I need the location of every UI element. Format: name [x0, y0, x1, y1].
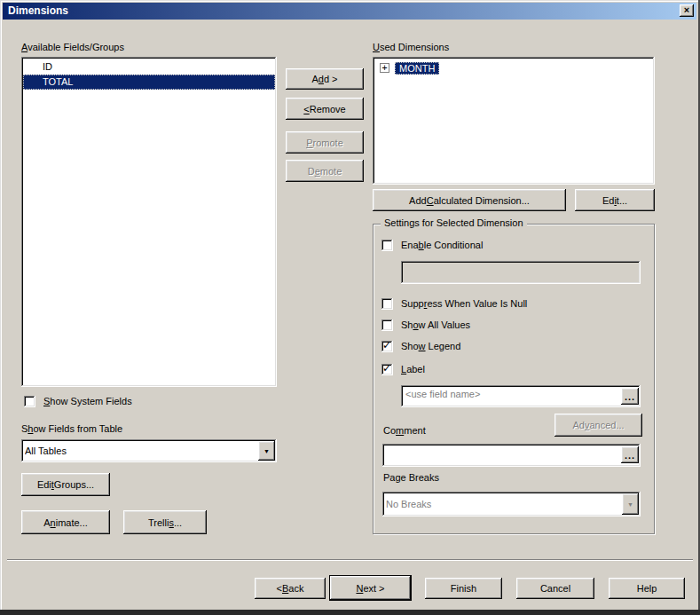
tree-expand-icon[interactable]: + — [380, 63, 389, 73]
checkbox-box[interactable]: ✓ — [24, 396, 35, 407]
checkbox-label: Label — [401, 364, 425, 375]
add-button[interactable]: Add > — [286, 68, 364, 90]
available-fields-listbox[interactable]: ID TOTAL — [21, 57, 277, 387]
conditional-expression-field[interactable] — [401, 261, 641, 284]
demote-button[interactable]: Demote — [286, 160, 364, 182]
dimensions-dialog: Dimensions × Available Fields/Groups ID … — [0, 0, 700, 615]
table-filter-combobox[interactable]: All Tables ▼ — [21, 439, 277, 462]
show-fields-from-table-label: Show Fields from Table — [21, 423, 122, 434]
promote-button[interactable]: Promote — [286, 131, 364, 154]
advanced-button[interactable]: Advanced... — [554, 414, 642, 437]
checkbox-box[interactable]: ✓ — [381, 364, 393, 375]
tree-item-month[interactable]: + MONTH — [374, 60, 653, 75]
show-all-values-checkbox[interactable]: ✓ Show All Values — [381, 319, 470, 331]
combobox-value: No Breaks — [386, 492, 621, 516]
chevron-down-icon: ▼ — [263, 448, 270, 454]
trellis-button[interactable]: Trellis... — [123, 510, 207, 534]
window-bottom-border — [0, 610, 700, 615]
combobox-value: All Tables — [25, 439, 257, 462]
comment-label: Comment — [383, 425, 426, 436]
show-system-fields-checkbox[interactable]: ✓ Show System Fields — [24, 396, 132, 407]
help-button[interactable]: Help — [609, 578, 685, 599]
comment-field[interactable] — [382, 444, 641, 467]
checkbox-label: Suppress When Value Is Null — [401, 298, 527, 310]
title-bar[interactable]: Dimensions × — [3, 3, 696, 20]
check-icon: ✓ — [382, 339, 391, 351]
check-icon: ✓ — [382, 362, 391, 375]
label-field[interactable]: <use field name> — [401, 385, 641, 407]
remove-button[interactable]: < Remove — [286, 98, 364, 120]
back-button[interactable]: < Back — [255, 578, 326, 599]
edit-button[interactable]: Edit... — [575, 189, 655, 211]
checkbox-label: Show All Values — [401, 319, 470, 331]
chevron-down-icon: ▼ — [627, 501, 633, 508]
list-item[interactable]: TOTAL — [23, 75, 275, 90]
combobox-drop-button[interactable]: ▼ — [622, 493, 639, 515]
used-dimensions-tree[interactable]: + MONTH — [373, 57, 655, 185]
edit-groups-button[interactable]: Edit Groups... — [21, 473, 110, 496]
checkbox-label: Show System Fields — [43, 396, 132, 407]
close-icon: × — [684, 4, 689, 15]
checkbox-label: Enable Conditional — [401, 240, 483, 251]
checkbox-box[interactable]: ✓ — [381, 319, 393, 331]
settings-groupbox-legend: Settings for Selected Dimension — [381, 217, 527, 228]
checkbox-box[interactable]: ✓ — [381, 298, 393, 310]
used-dimensions-label: Used Dimensions — [373, 42, 449, 52]
close-button[interactable]: × — [680, 4, 694, 17]
tree-item-label[interactable]: MONTH — [395, 62, 439, 75]
page-breaks-combobox[interactable]: No Breaks ▼ — [382, 492, 641, 516]
add-calculated-dimension-button[interactable]: Add Calculated Dimension... — [373, 189, 566, 211]
suppress-null-checkbox[interactable]: ✓ Suppress When Value Is Null — [381, 298, 527, 310]
label-checkbox[interactable]: ✓ Label — [381, 364, 425, 375]
combobox-drop-button[interactable]: ▼ — [258, 441, 275, 461]
footer-divider — [7, 559, 693, 561]
list-item[interactable]: ID — [23, 59, 275, 75]
cancel-button[interactable]: Cancel — [516, 578, 594, 599]
enable-conditional-checkbox[interactable]: ✓ Enable Conditional — [381, 240, 483, 251]
next-button[interactable]: Next > — [329, 575, 412, 601]
checkbox-label: Show Legend — [401, 341, 460, 352]
page-breaks-label: Page Breaks — [383, 472, 439, 483]
label-ellipsis-button[interactable]: ... — [621, 388, 639, 405]
checkbox-box[interactable]: ✓ — [381, 341, 393, 352]
dialog-title: Dimensions — [8, 4, 68, 17]
checkbox-box[interactable]: ✓ — [381, 240, 393, 251]
show-legend-checkbox[interactable]: ✓ Show Legend — [381, 341, 460, 352]
comment-ellipsis-button[interactable]: ... — [621, 446, 639, 463]
animate-button[interactable]: Animate... — [21, 510, 110, 534]
finish-button[interactable]: Finish — [425, 578, 502, 599]
available-fields-label: Available Fields/Groups — [21, 42, 124, 52]
